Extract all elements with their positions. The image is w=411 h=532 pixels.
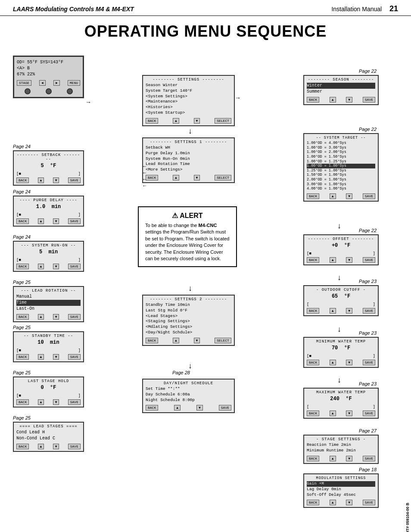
s2-leadstages: <Lead Stages> [146, 314, 231, 319]
page-ref-stagesettings: Page 27 [359, 428, 377, 433]
runon-back-btn[interactable]: BACK [16, 264, 29, 269]
minwater-down-btn[interactable]: ▼ [346, 360, 352, 365]
settings1-back-btn[interactable]: BACK [146, 175, 158, 180]
standby-down-btn[interactable]: ▼ [53, 354, 59, 360]
stage-button[interactable]: STAGE [17, 80, 31, 86]
device-line3: 67% 22% [17, 72, 80, 78]
minwater-save-btn[interactable]: SAVE [363, 360, 375, 365]
setback-save-btn[interactable]: SAVE [68, 177, 81, 183]
minwater-back-btn[interactable]: BACK [307, 360, 319, 365]
settings2-down-btn[interactable]: ▼ [194, 338, 200, 343]
standby-save-btn[interactable]: SAVE [68, 354, 81, 360]
daynight-back-btn[interactable]: BACK [146, 405, 158, 411]
settings-main-up-btn[interactable]: ▲ [173, 118, 179, 124]
systgt-down-btn[interactable]: ▼ [346, 193, 352, 199]
settings1-down-btn[interactable]: ▼ [194, 175, 200, 180]
offset-up-btn[interactable]: ▲ [330, 257, 336, 263]
leadstages-noncond: Non-Cond Lead C [16, 436, 81, 442]
settings2-select-btn[interactable]: SELECT [215, 338, 231, 343]
daynight-down-btn[interactable]: ▼ [196, 405, 203, 411]
stagesettings-up-btn[interactable]: ▲ [330, 456, 336, 461]
page-ref-standby: Page 25 [13, 325, 31, 330]
season-winter: Winter [307, 83, 375, 89]
offset-down-btn[interactable]: ▼ [346, 257, 352, 263]
leadstages-back-btn[interactable]: BACK [16, 444, 29, 449]
leadrot-time: Time [16, 300, 81, 306]
setback-down-btn[interactable]: ▼ [53, 177, 59, 183]
settings1-select-btn[interactable]: SELECT [215, 175, 231, 180]
outdoor-up-btn[interactable]: ▲ [330, 308, 336, 314]
season-down-btn[interactable]: ▼ [346, 97, 352, 103]
purge-back-btn[interactable]: BACK [16, 218, 29, 224]
settings2-up-btn[interactable]: ▲ [173, 338, 179, 343]
settings2-screen: -------- SETTINGS 2 -------- Standby Tim… [142, 295, 235, 346]
outdoor-back-btn[interactable]: BACK [307, 308, 319, 314]
system-target-screen: -- SYSTEM TARGET -- 1.00°OD = 4.00°Sys 1… [303, 133, 379, 202]
daynight-save-btn[interactable]: SAVE [219, 405, 231, 411]
leadrot-back-btn[interactable]: BACK [16, 314, 29, 320]
offset-val: +0 °F [307, 241, 375, 251]
setback-up-btn[interactable]: ▲ [38, 177, 44, 183]
purge-save-btn[interactable]: SAVE [68, 218, 81, 224]
laststage-up-btn[interactable]: ▲ [38, 399, 44, 405]
laststage-down-btn[interactable]: ▼ [53, 399, 59, 405]
maxwater-down-btn[interactable]: ▼ [346, 411, 352, 416]
systgt-back-btn[interactable]: BACK [307, 193, 319, 199]
standby-up-btn[interactable]: ▲ [38, 354, 44, 360]
leadrot-save-btn[interactable]: SAVE [68, 314, 81, 320]
page-ref-setback: Page 24 [13, 144, 31, 149]
offset-back-btn[interactable]: BACK [307, 257, 319, 263]
outdoor-down-btn[interactable]: ▼ [346, 308, 352, 314]
maxwater-back-btn[interactable]: BACK [307, 411, 319, 416]
runon-save-btn[interactable]: SAVE [68, 264, 81, 269]
systgt-save-btn[interactable]: SAVE [363, 193, 375, 199]
offset-save-btn[interactable]: SAVE [363, 257, 375, 263]
leadstages-up-btn[interactable]: ▲ [38, 444, 44, 449]
leadrot-manual: Manual [16, 294, 81, 300]
season-up-btn[interactable]: ▲ [330, 97, 336, 103]
stagesettings-down-btn[interactable]: ▼ [346, 456, 352, 461]
setback-title: -------- SETBACK -------- [16, 153, 81, 162]
modulation-save-btn[interactable]: SAVE [363, 500, 375, 505]
maxwater-save-btn[interactable]: SAVE [363, 411, 375, 416]
systgt-r9: 2.00°OD = 1.00°Sys [307, 177, 375, 182]
systgt-up-btn[interactable]: ▲ [330, 193, 336, 199]
modulation-up-btn[interactable]: ▲ [330, 500, 336, 505]
systgt-r5: 1.00°OD = 1.25°Sys [307, 159, 375, 164]
settings-main-down-btn[interactable]: ▼ [194, 118, 200, 124]
daynight-up-btn[interactable]: ▲ [174, 405, 181, 411]
season-back-btn[interactable]: BACK [307, 97, 319, 103]
stagesettings-back-btn[interactable]: BACK [307, 456, 319, 461]
leadrot-up-btn[interactable]: ▲ [38, 314, 44, 320]
arrow-purge-left: ← [142, 170, 147, 176]
outdoor-save-btn[interactable]: SAVE [363, 308, 375, 314]
leadrot-down-btn[interactable]: ▼ [53, 314, 59, 320]
purge-down-btn[interactable]: ▼ [53, 218, 59, 224]
prev-button[interactable]: ◄ [39, 80, 46, 86]
laststage-save-btn[interactable]: SAVE [68, 399, 81, 405]
runon-up-btn[interactable]: ▲ [38, 264, 44, 269]
settings-main-select-btn[interactable]: SELECT [215, 118, 231, 124]
setback-back-btn[interactable]: BACK [16, 177, 29, 183]
leadstages-save-btn[interactable]: SAVE [68, 444, 81, 449]
settings2-back-btn[interactable]: BACK [146, 338, 158, 343]
indicator-3 [67, 88, 73, 94]
modulation-down-btn[interactable]: ▼ [346, 500, 352, 505]
maxwater-up-btn[interactable]: ▲ [330, 411, 336, 416]
season-save-btn[interactable]: SAVE [363, 97, 375, 103]
laststage-back-btn[interactable]: BACK [16, 399, 29, 405]
menu-button[interactable]: MENU [68, 80, 80, 86]
modulation-back-btn[interactable]: BACK [307, 500, 319, 505]
runon-down-btn[interactable]: ▼ [53, 264, 59, 269]
standby-back-btn[interactable]: BACK [16, 354, 29, 360]
settings-hist-row: <Histories> [146, 105, 231, 110]
page-ref-runon: Page 24 [13, 234, 31, 240]
leadstages-down-btn[interactable]: ▼ [53, 444, 59, 449]
stagesettings-save-btn[interactable]: SAVE [363, 456, 375, 461]
page-ref-daynight: Page 28 [172, 370, 190, 375]
minwater-up-btn[interactable]: ▲ [330, 360, 336, 365]
next-button[interactable]: ► [53, 80, 60, 86]
settings-main-back-btn[interactable]: BACK [146, 118, 158, 124]
settings1-up-btn[interactable]: ▲ [173, 175, 179, 180]
purge-up-btn[interactable]: ▲ [38, 218, 44, 224]
